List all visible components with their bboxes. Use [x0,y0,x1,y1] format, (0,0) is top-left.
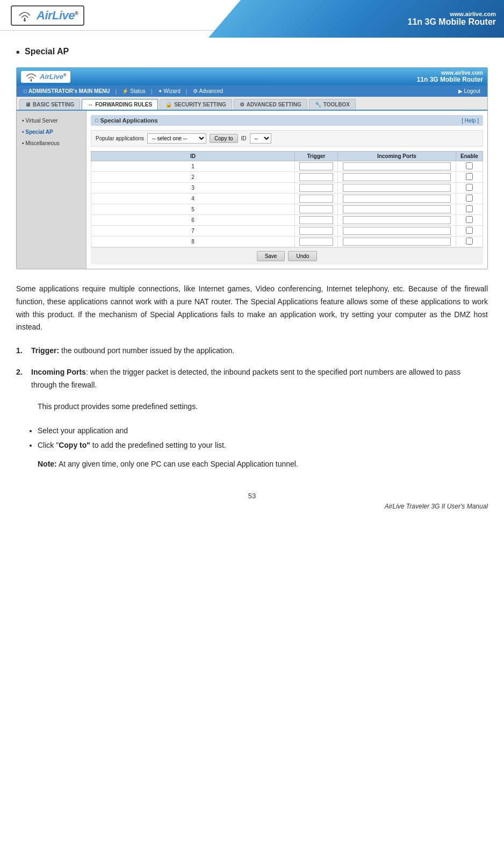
cell-trigger[interactable] [295,161,338,172]
trigger-input[interactable] [299,216,334,224]
table-row: 6 [91,215,483,226]
table-row: 3 [91,183,483,194]
advanced-setting-icon: ⚙ [240,102,244,108]
logo-text: AirLive® [37,9,78,23]
tab-toolbox[interactable]: 🔧 TOOLBOX [309,99,356,110]
cell-trigger[interactable] [295,172,338,183]
trigger-input[interactable] [299,184,334,192]
panel-help[interactable]: [ Help ] [462,118,479,124]
col-header-enable: Enable [456,152,483,161]
cell-incoming[interactable] [338,183,456,194]
incoming-input[interactable] [343,227,450,235]
incoming-input[interactable] [343,162,450,170]
enable-checkbox[interactable] [466,173,473,180]
section-heading: Special AP [16,47,488,56]
trigger-input[interactable] [299,195,334,203]
table-row: 2 [91,172,483,183]
svg-point-0 [24,19,26,22]
cell-id: 2 [91,172,295,183]
nav-advanced[interactable]: ⚙ Advanced [189,87,227,95]
cell-enable[interactable] [456,172,483,183]
cell-enable[interactable] [456,183,483,194]
page-footer: 53 [0,486,504,503]
enable-checkbox[interactable] [466,216,473,223]
toolbox-icon: 🔧 [315,102,321,108]
incoming-input[interactable] [343,238,450,246]
enable-checkbox[interactable] [466,162,473,169]
item2-text: : when the trigger packet is detected, t… [31,368,460,389]
id-label: ID [241,135,247,141]
cell-enable[interactable] [456,161,483,172]
incoming-input[interactable] [343,216,450,224]
numbered-item-1: 1. Trigger: the outbound port number iss… [16,345,488,357]
enable-checkbox[interactable] [466,184,473,191]
trigger-input[interactable] [299,227,334,235]
cell-enable[interactable] [456,226,483,237]
enable-checkbox[interactable] [466,227,473,234]
popular-apps-select[interactable]: -- select one -- [147,133,206,144]
cell-incoming[interactable] [338,237,456,247]
panel-title: Special Applications [95,117,158,124]
incoming-input[interactable] [343,195,450,203]
trigger-input[interactable] [299,173,334,181]
trigger-input[interactable] [299,238,334,246]
incoming-input[interactable] [343,173,450,181]
cell-id: 5 [91,204,295,215]
cell-enable[interactable] [456,215,483,226]
nav-logout[interactable]: ▶ Logout [454,87,485,95]
cell-enable[interactable] [456,237,483,247]
router-tabs: 🖥 BASIC SETTING ↔ FORWARDING RULES 🔒 SEC… [17,97,487,111]
security-icon: 🔒 [165,102,172,108]
table-row: 8 [91,237,483,247]
cell-enable[interactable] [456,194,483,204]
forwarding-rules-icon: ↔ [88,102,93,108]
save-button[interactable]: Save [257,251,285,261]
cell-trigger[interactable] [295,215,338,226]
tab-advanced-setting[interactable]: ⚙ ADVANCED SETTING [234,99,307,110]
copy-to-button[interactable]: Copy to [210,134,237,143]
trigger-input[interactable] [299,162,334,170]
cell-incoming[interactable] [338,194,456,204]
col-header-trigger: Trigger [295,152,338,161]
incoming-input[interactable] [343,184,450,192]
nav-status[interactable]: ⚡ Status [118,87,149,95]
enable-checkbox[interactable] [466,238,473,245]
trigger-input[interactable] [299,205,334,213]
cell-trigger[interactable] [295,194,338,204]
table-row: 1 [91,161,483,172]
page-number: 53 [248,492,256,500]
body-paragraph-1: Some applications require multiple conne… [16,283,488,334]
tab-basic-setting[interactable]: 🖥 BASIC SETTING [19,99,80,110]
tab-forwarding-rules[interactable]: ↔ FORWARDING RULES [82,99,158,110]
enable-checkbox[interactable] [466,195,473,202]
cell-enable[interactable] [456,204,483,215]
header-website: www.airlive.com [450,11,496,17]
cell-trigger[interactable] [295,204,338,215]
status-icon: ⚡ [122,88,128,94]
header-stripe: www.airlive.com 11n 3G Mobile Router [208,0,504,38]
sidebar-item-virtual-server[interactable]: Virtual Server [17,115,86,126]
cell-trigger[interactable] [295,183,338,194]
cell-incoming[interactable] [338,204,456,215]
router-logo: AirLive® [21,71,70,83]
incoming-input[interactable] [343,205,450,213]
cell-id: 8 [91,237,295,247]
cell-incoming[interactable] [338,215,456,226]
nav-main-menu[interactable]: □ ADMINISTRATOR's MAIN MENU [19,87,114,95]
id-select[interactable]: -- 1234 5678 [250,133,271,144]
cell-incoming[interactable] [338,172,456,183]
cell-incoming[interactable] [338,226,456,237]
enable-checkbox[interactable] [466,205,473,212]
cell-trigger[interactable] [295,226,338,237]
nav-wizard[interactable]: ✦ Wizard [154,87,185,95]
undo-button[interactable]: Undo [288,251,317,261]
cell-incoming[interactable] [338,161,456,172]
item2-number: 2. [16,366,27,392]
basic-setting-icon: 🖥 [25,102,31,108]
sidebar-item-special-ap[interactable]: Special AP [17,126,86,138]
cell-trigger[interactable] [295,237,338,247]
sidebar-item-miscellaneous[interactable]: Miscellaneous [17,138,86,149]
bullet-item-1: Select your application and [38,424,488,438]
cell-id: 4 [91,194,295,204]
tab-security-setting[interactable]: 🔒 SECURITY SETTING [160,99,232,110]
